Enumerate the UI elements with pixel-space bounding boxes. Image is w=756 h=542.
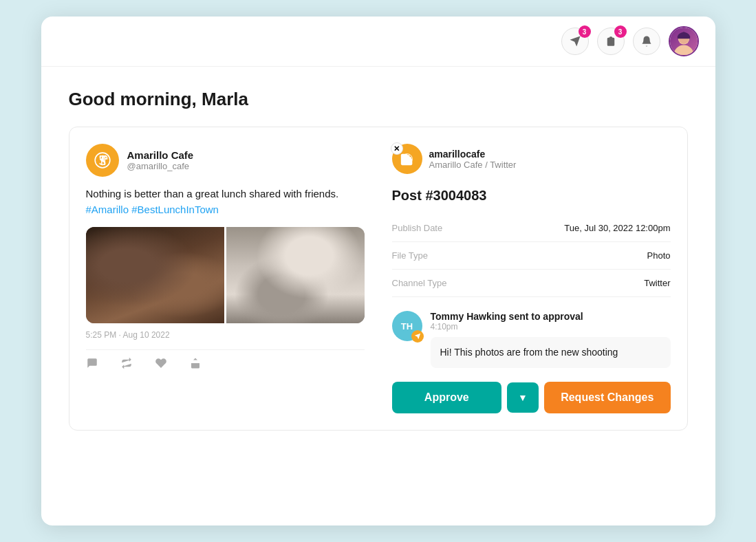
tweet-account-avatar: [86, 144, 119, 177]
approver-initials: TH: [401, 321, 413, 332]
tweet-hashtag2: #BestLunchInTown: [131, 204, 219, 215]
approver-row: TH Tommy Hawking sent to approval 4:10pm…: [392, 311, 671, 368]
tweet-header: Amarillo Cafe @amarillo_cafe: [86, 144, 365, 177]
content-card: Amarillo Cafe @amarillo_cafe Nothing is …: [69, 127, 688, 431]
social-account-info: amarillocafe Amarillo Cafe / Twitter: [429, 149, 517, 170]
tweet-panel: Amarillo Cafe @amarillo_cafe Nothing is …: [86, 144, 365, 413]
approval-message: Hi! This photos are from the new shootin…: [431, 337, 671, 368]
tweet-account-handle: @amarillo_cafe: [127, 161, 194, 171]
social-channel: Amarillo Cafe / Twitter: [429, 160, 517, 170]
app-window: 3 3 Good morning, Ma: [41, 17, 715, 525]
tweet-like-button[interactable]: [155, 357, 167, 369]
twitter-x-badge: ✕: [391, 142, 403, 155]
approver-avatar: TH: [392, 311, 422, 341]
svg-point-0: [673, 45, 693, 56]
request-changes-button[interactable]: Request Changes: [544, 382, 671, 413]
file-type-label: File Type: [392, 250, 429, 261]
tweet-image-right: [226, 227, 365, 323]
tweet-account-name: Amarillo Cafe: [127, 149, 194, 161]
social-header: ✕ amarillocafe Amarillo Cafe / Twitter: [392, 144, 671, 174]
tweet-image-left: [86, 227, 224, 323]
approve-button[interactable]: Approve: [392, 382, 502, 413]
tweet-actions: [86, 349, 365, 369]
user-avatar[interactable]: [669, 26, 699, 56]
channel-type-label: Channel Type: [392, 278, 447, 288]
tweet-retweet-button[interactable]: [120, 357, 133, 369]
post-number: Post #3004083: [392, 188, 671, 204]
action-buttons: Approve ▼ Request Changes: [392, 382, 671, 413]
file-type-value: Photo: [647, 250, 671, 261]
send-badge: [411, 330, 424, 343]
publish-date-label: Publish Date: [392, 223, 443, 233]
tweet-timestamp: 5:25 PM · Aug 10 2022: [86, 330, 365, 340]
tweet-hashtag1: #Amarillo: [86, 204, 129, 215]
channel-type-value: Twitter: [644, 278, 670, 288]
main-content: Good morning, Marla: [41, 67, 715, 525]
tweet-account-info: Amarillo Cafe @amarillo_cafe: [127, 149, 194, 171]
channel-type-row: Channel Type Twitter: [392, 270, 671, 297]
approval-section: TH Tommy Hawking sent to approval 4:10pm…: [392, 311, 671, 368]
publish-date-row: Publish Date Tue, Jul 30, 2022 12:00pm: [392, 215, 671, 242]
approver-name: Tommy Hawking sent to approval: [431, 311, 671, 322]
publish-date-value: Tue, Jul 30, 2022 12:00pm: [564, 223, 670, 233]
tasks-badge: 3: [614, 25, 627, 38]
approve-dropdown-button[interactable]: ▼: [507, 382, 539, 413]
tweet-comment-button[interactable]: [86, 357, 98, 369]
greeting-text: Good morning, Marla: [69, 89, 688, 110]
messages-button[interactable]: 3: [561, 28, 589, 55]
messages-badge: 3: [579, 25, 591, 38]
social-handle: amarillocafe: [429, 149, 517, 160]
tweet-body: Nothing is better than a great lunch sha…: [86, 186, 365, 217]
detail-rows: Publish Date Tue, Jul 30, 2022 12:00pm F…: [392, 215, 671, 297]
detail-panel: ✕ amarillocafe Amarillo Cafe / Twitter: [392, 144, 671, 413]
tweet-images: [86, 227, 365, 323]
approver-time: 4:10pm: [431, 322, 671, 332]
social-avatar: ✕: [392, 144, 422, 174]
tweet-text-plain: Nothing is better than a great lunch sha…: [86, 188, 339, 199]
notifications-button[interactable]: [633, 28, 660, 55]
approver-info: Tommy Hawking sent to approval 4:10pm Hi…: [431, 311, 671, 368]
tweet-share-button[interactable]: [189, 357, 202, 369]
tasks-button[interactable]: 3: [597, 28, 625, 55]
file-type-row: File Type Photo: [392, 242, 671, 270]
top-bar: 3 3: [41, 17, 715, 67]
